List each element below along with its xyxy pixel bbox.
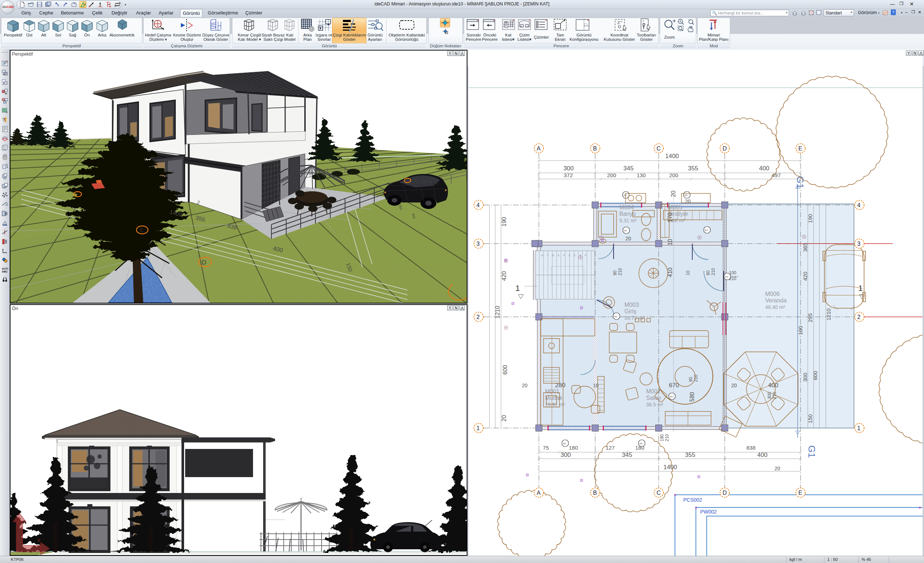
- svg-text:2: 2: [857, 314, 861, 320]
- svg-text:T: T: [642, 26, 645, 30]
- svg-text:K0: K0: [614, 316, 617, 317]
- svg-text:C: C: [657, 145, 661, 151]
- svg-text:M006: M006: [765, 291, 780, 297]
- svg-text:210: 210: [664, 434, 669, 442]
- svg-text:M005: M005: [668, 204, 682, 210]
- svg-text:3: 3: [568, 254, 570, 257]
- svg-text:2: 2: [574, 254, 576, 257]
- svg-text:0: 0: [585, 254, 586, 257]
- svg-text:G1: G1: [795, 176, 806, 189]
- svg-text:130: 130: [637, 172, 646, 178]
- svg-text:ABC: ABC: [2, 270, 8, 273]
- svg-text:20: 20: [522, 383, 528, 388]
- svg-text:300: 300: [802, 373, 808, 382]
- svg-text:300: 300: [767, 392, 772, 399]
- svg-text:180: 180: [659, 434, 664, 442]
- svg-text:M003: M003: [624, 302, 639, 308]
- svg-text:345: 345: [622, 451, 632, 458]
- svg-text:M001: M001: [545, 388, 560, 394]
- svg-text:K0: K0: [670, 395, 673, 398]
- svg-text:1: 1: [857, 425, 861, 431]
- svg-text:420: 420: [802, 272, 808, 281]
- svg-text:K0: K0: [725, 276, 728, 278]
- svg-text:6: 6: [552, 254, 554, 257]
- svg-text:100: 100: [797, 326, 804, 335]
- svg-text:1210: 1210: [825, 308, 832, 320]
- svg-text:280: 280: [555, 382, 565, 389]
- svg-text:170: 170: [667, 213, 673, 222]
- svg-text:15.91 m²: 15.91 m²: [545, 402, 565, 407]
- svg-text:20: 20: [731, 383, 737, 388]
- svg-text:200: 200: [669, 172, 678, 178]
- svg-text:8: 8: [542, 254, 543, 257]
- svg-text:K0: K0: [640, 442, 642, 445]
- svg-text:20: 20: [626, 236, 631, 241]
- svg-text:Banyo: Banyo: [620, 211, 636, 217]
- svg-text:600: 600: [812, 371, 818, 380]
- svg-text:K0: K0: [624, 229, 627, 232]
- svg-text:5: 5: [558, 254, 560, 257]
- svg-text:7: 7: [547, 254, 549, 257]
- svg-text:1: 1: [579, 254, 581, 257]
- svg-text:10: 10: [667, 239, 673, 246]
- svg-text:200: 200: [607, 172, 616, 178]
- svg-text:39.72 m²: 39.72 m²: [624, 315, 645, 321]
- svg-text:M004: M004: [620, 204, 634, 210]
- svg-text:355: 355: [685, 451, 695, 458]
- svg-text:300: 300: [563, 165, 573, 172]
- svg-text:180: 180: [569, 445, 578, 451]
- svg-text:2: 2: [476, 314, 480, 320]
- svg-text:K0: K0: [705, 229, 708, 231]
- svg-text:?: ?: [2, 117, 5, 122]
- svg-text:295: 295: [807, 313, 813, 322]
- svg-text:B: B: [593, 490, 597, 496]
- svg-text:Z: Z: [17, 516, 20, 521]
- svg-text:48.40 m²: 48.40 m²: [765, 304, 785, 310]
- svg-text:838: 838: [746, 445, 756, 451]
- svg-text:3: 3: [857, 241, 861, 247]
- svg-text:Giriş: Giriş: [624, 308, 636, 314]
- svg-text:20: 20: [685, 199, 691, 204]
- svg-text:4: 4: [476, 202, 480, 208]
- svg-text:400: 400: [757, 451, 767, 458]
- svg-text:90: 90: [688, 377, 693, 382]
- svg-text:E: E: [798, 145, 802, 151]
- svg-text:1400: 1400: [665, 153, 679, 160]
- svg-text:K0: K0: [563, 442, 566, 445]
- svg-text:PCS002: PCS002: [683, 497, 702, 503]
- svg-text:372: 372: [564, 172, 573, 178]
- svg-text:365: 365: [802, 243, 808, 252]
- svg-text:345: 345: [623, 165, 633, 172]
- svg-text:75: 75: [543, 445, 549, 451]
- svg-text:1: 1: [476, 425, 480, 431]
- svg-text:10: 10: [686, 270, 690, 276]
- svg-text:600: 600: [502, 365, 508, 374]
- svg-text:X: X: [37, 538, 40, 543]
- svg-text:150: 150: [807, 414, 813, 423]
- svg-text:C: C: [140, 227, 144, 233]
- svg-text:4: 4: [857, 202, 861, 208]
- svg-text:210: 210: [618, 268, 622, 276]
- svg-text:E: E: [798, 490, 802, 496]
- svg-text:1: 1: [515, 284, 520, 293]
- svg-text:1: 1: [858, 284, 862, 293]
- svg-text:Veranda: Veranda: [765, 297, 787, 304]
- svg-text:190: 190: [807, 214, 813, 223]
- svg-text:D: D: [723, 145, 727, 151]
- svg-text:1400: 1400: [663, 464, 677, 471]
- svg-text:38.5 m²: 38.5 m²: [646, 402, 663, 407]
- svg-text:4: 4: [563, 254, 565, 257]
- svg-text:210: 210: [711, 268, 716, 276]
- svg-text:A: A: [537, 145, 541, 151]
- svg-text:5.31 m²: 5.31 m²: [620, 218, 637, 223]
- svg-text:PW002: PW002: [700, 509, 717, 515]
- svg-text:D: D: [723, 490, 727, 496]
- svg-text:D: D: [202, 259, 206, 266]
- svg-text:420: 420: [501, 271, 507, 281]
- svg-text:K0: K0: [685, 194, 688, 196]
- svg-text:G1: G1: [806, 445, 817, 458]
- svg-text:20: 20: [775, 466, 780, 471]
- svg-text:B: B: [593, 145, 597, 151]
- svg-text:355: 355: [688, 165, 698, 172]
- svg-text:20: 20: [670, 190, 676, 197]
